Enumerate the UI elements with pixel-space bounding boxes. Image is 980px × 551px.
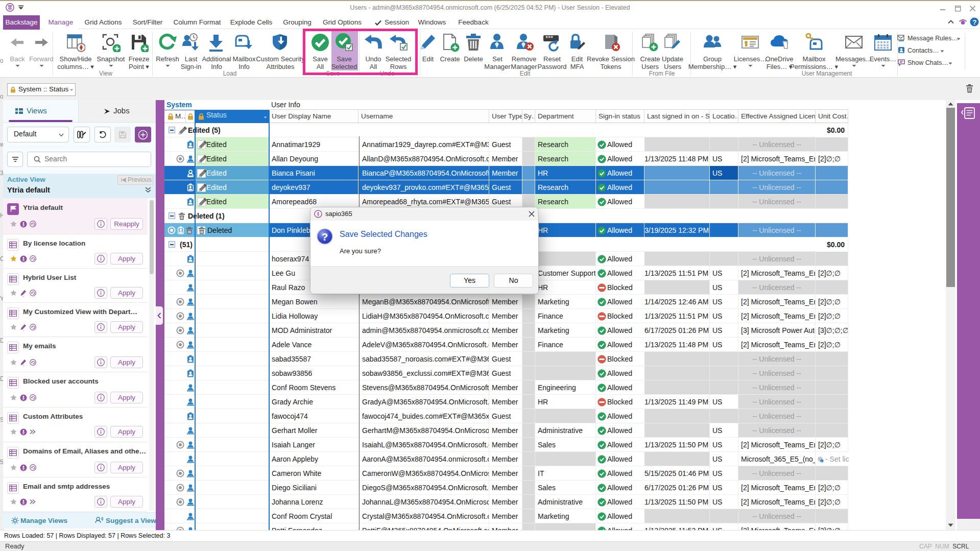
svg-text:?: ? xyxy=(972,18,976,26)
svg-text:i: i xyxy=(821,460,822,463)
svg-text:***: *** xyxy=(545,34,553,42)
svg-text:?: ? xyxy=(322,231,328,243)
